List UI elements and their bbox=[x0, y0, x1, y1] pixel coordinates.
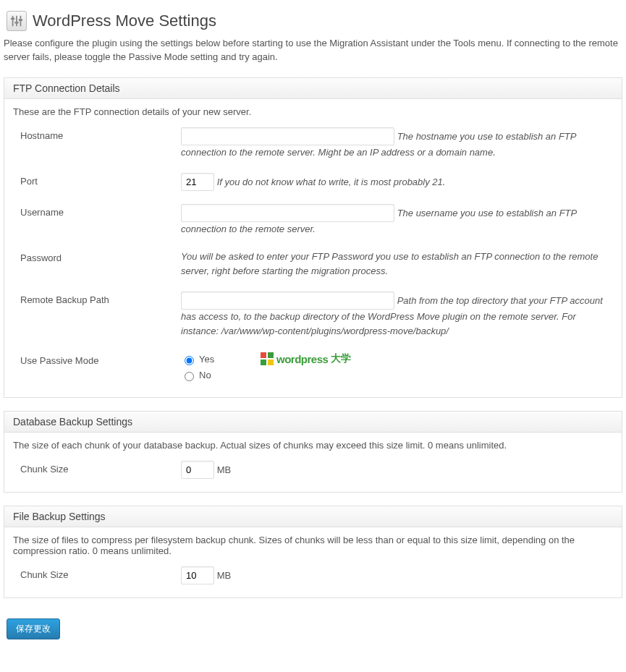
remote-path-label: Remote Backup Path bbox=[20, 292, 181, 305]
file-chunk-unit: MB bbox=[217, 570, 232, 581]
file-chunk-label: Chunk Size bbox=[20, 566, 181, 580]
file-chunk-input[interactable] bbox=[181, 566, 214, 584]
remote-path-input[interactable] bbox=[181, 292, 394, 310]
ftp-desc: These are the FTP connection details of … bbox=[13, 106, 613, 117]
db-chunk-label: Chunk Size bbox=[20, 461, 181, 475]
password-hint: You will be asked to enter your FTP Pass… bbox=[181, 251, 598, 276]
hostname-input[interactable] bbox=[181, 127, 394, 145]
db-desc: The size of each chunk of your database … bbox=[13, 440, 613, 451]
username-label: Username bbox=[20, 204, 181, 218]
svg-rect-1 bbox=[11, 18, 14, 20]
save-button[interactable]: 保存更改 bbox=[7, 618, 60, 639]
settings-icon bbox=[7, 11, 27, 31]
file-heading: File Backup Settings bbox=[4, 506, 622, 527]
port-hint: If you do not know what to write, it is … bbox=[217, 176, 446, 187]
db-box: Database Backup Settings The size of eac… bbox=[4, 411, 622, 493]
passive-yes-radio[interactable] bbox=[185, 356, 194, 365]
page-intro: Please configure the plugin using the se… bbox=[4, 37, 622, 64]
port-label: Port bbox=[20, 173, 181, 187]
passive-no-label: No bbox=[199, 368, 211, 383]
hostname-label: Hostname bbox=[20, 127, 181, 141]
ftp-heading: FTP Connection Details bbox=[4, 78, 622, 99]
svg-rect-2 bbox=[16, 16, 17, 26]
db-heading: Database Backup Settings bbox=[4, 412, 622, 433]
db-chunk-unit: MB bbox=[217, 464, 232, 475]
file-desc: The size of files to compress per filesy… bbox=[13, 535, 613, 556]
port-input[interactable] bbox=[181, 173, 214, 191]
svg-rect-0 bbox=[12, 16, 14, 26]
page-title: WordPress Move Settings bbox=[33, 12, 216, 30]
db-chunk-input[interactable] bbox=[181, 461, 214, 479]
password-label: Password bbox=[20, 250, 181, 263]
ftp-box: FTP Connection Details These are the FTP… bbox=[4, 77, 622, 398]
username-input[interactable] bbox=[181, 204, 394, 222]
passive-label: Use Passive Mode bbox=[20, 352, 181, 366]
passive-no-radio[interactable] bbox=[185, 372, 194, 381]
svg-rect-5 bbox=[19, 19, 22, 21]
file-box: File Backup Settings The size of files t… bbox=[4, 506, 622, 598]
svg-rect-3 bbox=[14, 22, 18, 24]
passive-yes-label: Yes bbox=[199, 352, 214, 367]
